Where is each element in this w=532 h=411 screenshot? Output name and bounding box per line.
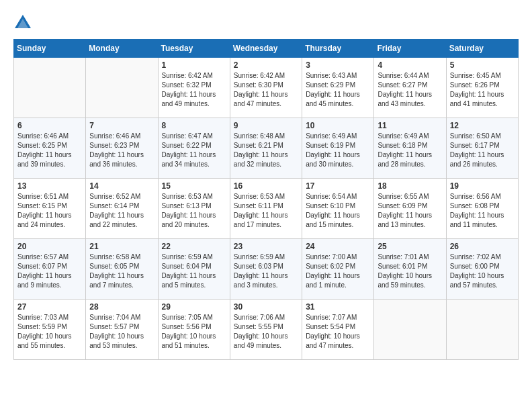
calendar-cell [86, 58, 158, 118]
day-info: Sunrise: 6:49 AM Sunset: 6:19 PM Dayligh… [306, 132, 370, 169]
day-info: Sunrise: 7:00 AM Sunset: 6:02 PM Dayligh… [306, 253, 370, 290]
day-number: 8 [162, 121, 226, 130]
week-row-2: 6Sunrise: 6:46 AM Sunset: 6:25 PM Daylig… [14, 118, 519, 179]
day-number: 9 [234, 121, 298, 130]
logo-icon [13, 13, 32, 32]
week-row-5: 27Sunrise: 7:03 AM Sunset: 5:59 PM Dayli… [14, 300, 519, 360]
calendar-cell [374, 300, 446, 360]
calendar-cell: 2Sunrise: 6:42 AM Sunset: 6:30 PM Daylig… [230, 58, 302, 118]
day-info: Sunrise: 6:50 AM Sunset: 6:17 PM Dayligh… [450, 132, 515, 169]
day-info: Sunrise: 6:48 AM Sunset: 6:21 PM Dayligh… [234, 132, 298, 169]
day-info: Sunrise: 6:57 AM Sunset: 6:07 PM Dayligh… [17, 253, 82, 290]
day-header-friday: Friday [374, 40, 446, 58]
day-info: Sunrise: 7:05 AM Sunset: 5:56 PM Dayligh… [162, 313, 226, 351]
day-number: 25 [378, 242, 442, 251]
calendar-cell: 26Sunrise: 7:02 AM Sunset: 6:00 PM Dayli… [446, 239, 518, 300]
day-number: 2 [234, 60, 298, 70]
calendar-cell: 25Sunrise: 7:01 AM Sunset: 6:01 PM Dayli… [374, 239, 446, 300]
calendar-cell: 28Sunrise: 7:04 AM Sunset: 5:57 PM Dayli… [86, 300, 158, 360]
day-number: 4 [378, 60, 442, 70]
calendar-cell: 30Sunrise: 7:06 AM Sunset: 5:55 PM Dayli… [230, 300, 302, 360]
day-number: 10 [306, 121, 370, 130]
day-info: Sunrise: 7:06 AM Sunset: 5:55 PM Dayligh… [234, 313, 298, 351]
calendar-cell [446, 300, 518, 360]
day-info: Sunrise: 6:46 AM Sunset: 6:23 PM Dayligh… [89, 132, 154, 169]
day-info: Sunrise: 6:42 AM Sunset: 6:30 PM Dayligh… [234, 71, 298, 109]
day-info: Sunrise: 7:07 AM Sunset: 5:54 PM Dayligh… [306, 313, 370, 351]
calendar-cell: 17Sunrise: 6:54 AM Sunset: 6:10 PM Dayli… [302, 179, 374, 239]
calendar-cell: 1Sunrise: 6:42 AM Sunset: 6:32 PM Daylig… [158, 58, 230, 118]
day-number: 3 [306, 60, 370, 70]
day-info: Sunrise: 6:51 AM Sunset: 6:15 PM Dayligh… [17, 192, 82, 230]
day-info: Sunrise: 7:04 AM Sunset: 5:57 PM Dayligh… [89, 313, 154, 351]
day-number: 21 [89, 242, 154, 251]
calendar-cell: 4Sunrise: 6:44 AM Sunset: 6:27 PM Daylig… [374, 58, 446, 118]
calendar-cell: 27Sunrise: 7:03 AM Sunset: 5:59 PM Dayli… [14, 300, 86, 360]
day-number: 7 [89, 121, 154, 130]
day-info: Sunrise: 6:49 AM Sunset: 6:18 PM Dayligh… [378, 132, 442, 169]
calendar-cell: 23Sunrise: 6:59 AM Sunset: 6:03 PM Dayli… [230, 239, 302, 300]
calendar-cell: 12Sunrise: 6:50 AM Sunset: 6:17 PM Dayli… [446, 118, 518, 179]
day-header-sunday: Sunday [14, 40, 86, 58]
day-number: 5 [450, 60, 515, 70]
day-info: Sunrise: 6:44 AM Sunset: 6:27 PM Dayligh… [378, 71, 442, 109]
day-info: Sunrise: 6:53 AM Sunset: 6:11 PM Dayligh… [234, 192, 298, 230]
header-row: SundayMondayTuesdayWednesdayThursdayFrid… [14, 40, 519, 58]
day-info: Sunrise: 6:42 AM Sunset: 6:32 PM Dayligh… [162, 71, 226, 109]
calendar-cell: 29Sunrise: 7:05 AM Sunset: 5:56 PM Dayli… [158, 300, 230, 360]
calendar-cell: 5Sunrise: 6:45 AM Sunset: 6:26 PM Daylig… [446, 58, 518, 118]
page-header [13, 13, 519, 32]
week-row-4: 20Sunrise: 6:57 AM Sunset: 6:07 PM Dayli… [14, 239, 519, 300]
calendar-cell: 13Sunrise: 6:51 AM Sunset: 6:15 PM Dayli… [14, 179, 86, 239]
day-number: 24 [306, 242, 370, 251]
day-info: Sunrise: 6:47 AM Sunset: 6:22 PM Dayligh… [162, 132, 226, 169]
day-info: Sunrise: 6:43 AM Sunset: 6:29 PM Dayligh… [306, 71, 370, 109]
day-info: Sunrise: 6:54 AM Sunset: 6:10 PM Dayligh… [306, 192, 370, 230]
week-row-3: 13Sunrise: 6:51 AM Sunset: 6:15 PM Dayli… [14, 179, 519, 239]
day-info: Sunrise: 6:53 AM Sunset: 6:13 PM Dayligh… [162, 192, 226, 230]
day-info: Sunrise: 6:45 AM Sunset: 6:26 PM Dayligh… [450, 71, 515, 109]
day-info: Sunrise: 6:52 AM Sunset: 6:14 PM Dayligh… [89, 192, 154, 230]
day-header-tuesday: Tuesday [158, 40, 230, 58]
calendar-cell [14, 58, 86, 118]
day-info: Sunrise: 7:01 AM Sunset: 6:01 PM Dayligh… [378, 253, 442, 290]
calendar-cell: 24Sunrise: 7:00 AM Sunset: 6:02 PM Dayli… [302, 239, 374, 300]
day-number: 28 [89, 302, 154, 312]
day-number: 23 [234, 242, 298, 251]
day-number: 13 [17, 181, 82, 191]
calendar-cell: 18Sunrise: 6:55 AM Sunset: 6:09 PM Dayli… [374, 179, 446, 239]
day-header-saturday: Saturday [446, 40, 518, 58]
day-info: Sunrise: 6:59 AM Sunset: 6:04 PM Dayligh… [162, 253, 226, 290]
day-number: 20 [17, 242, 82, 251]
calendar-cell: 16Sunrise: 6:53 AM Sunset: 6:11 PM Dayli… [230, 179, 302, 239]
calendar-cell: 6Sunrise: 6:46 AM Sunset: 6:25 PM Daylig… [14, 118, 86, 179]
day-header-monday: Monday [86, 40, 158, 58]
day-number: 6 [17, 121, 82, 130]
day-number: 1 [162, 60, 226, 70]
calendar-cell: 22Sunrise: 6:59 AM Sunset: 6:04 PM Dayli… [158, 239, 230, 300]
calendar-cell: 3Sunrise: 6:43 AM Sunset: 6:29 PM Daylig… [302, 58, 374, 118]
day-header-wednesday: Wednesday [230, 40, 302, 58]
calendar-cell: 15Sunrise: 6:53 AM Sunset: 6:13 PM Dayli… [158, 179, 230, 239]
calendar-cell: 11Sunrise: 6:49 AM Sunset: 6:18 PM Dayli… [374, 118, 446, 179]
day-info: Sunrise: 6:46 AM Sunset: 6:25 PM Dayligh… [17, 132, 82, 169]
day-number: 12 [450, 121, 515, 130]
day-number: 16 [234, 181, 298, 191]
day-info: Sunrise: 7:03 AM Sunset: 5:59 PM Dayligh… [17, 313, 82, 351]
calendar-cell: 19Sunrise: 6:56 AM Sunset: 6:08 PM Dayli… [446, 179, 518, 239]
day-info: Sunrise: 6:58 AM Sunset: 6:05 PM Dayligh… [89, 253, 154, 290]
day-info: Sunrise: 6:55 AM Sunset: 6:09 PM Dayligh… [378, 192, 442, 230]
day-number: 17 [306, 181, 370, 191]
day-number: 22 [162, 242, 226, 251]
day-number: 19 [450, 181, 515, 191]
calendar-cell: 31Sunrise: 7:07 AM Sunset: 5:54 PM Dayli… [302, 300, 374, 360]
day-number: 31 [306, 302, 370, 312]
calendar-cell: 21Sunrise: 6:58 AM Sunset: 6:05 PM Dayli… [86, 239, 158, 300]
day-number: 15 [162, 181, 226, 191]
day-number: 14 [89, 181, 154, 191]
day-info: Sunrise: 7:02 AM Sunset: 6:00 PM Dayligh… [450, 253, 515, 290]
day-number: 11 [378, 121, 442, 130]
calendar-cell: 10Sunrise: 6:49 AM Sunset: 6:19 PM Dayli… [302, 118, 374, 179]
day-number: 26 [450, 242, 515, 251]
week-row-1: 1Sunrise: 6:42 AM Sunset: 6:32 PM Daylig… [14, 58, 519, 118]
